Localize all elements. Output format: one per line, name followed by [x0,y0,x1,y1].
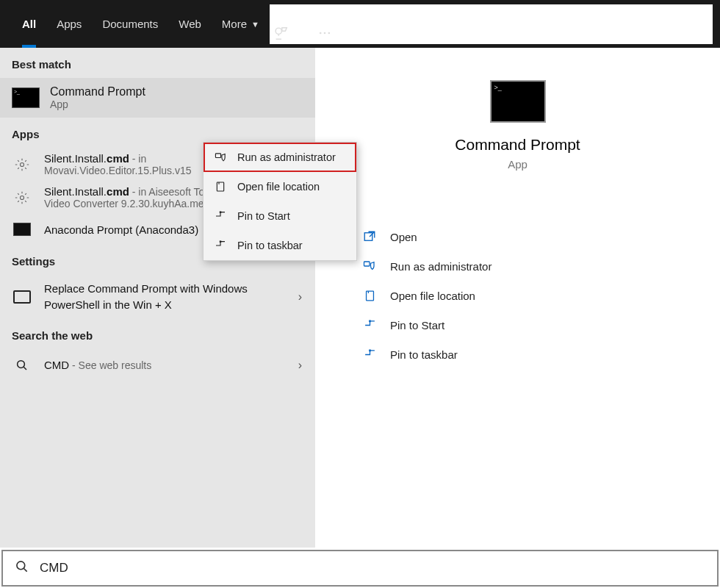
tab-documents[interactable]: Documents [92,0,168,48]
ctx-label: Pin to taskbar [237,240,303,251]
tab-all[interactable]: All [12,0,46,48]
svg-rect-11 [364,233,372,241]
preview-title: Command Prompt [455,136,580,154]
best-match-title: Command Prompt [50,85,145,98]
chevron-down-icon: ▼ [251,20,259,29]
result-app-0-sub: Movavi.Video.Editor.15.Plus.v15 [44,165,192,176]
tab-apps[interactable]: Apps [46,0,92,48]
svg-point-4 [21,162,24,166]
terminal-icon [13,223,31,236]
svg-point-0 [276,28,281,34]
result-app-2-title: Anaconda Prompt (Anaconda3) [44,223,198,236]
best-match-header: Best match [0,48,315,78]
chevron-right-icon: › [298,290,306,304]
command-prompt-icon-large [490,80,546,123]
action-open-location[interactable]: Open file location [359,281,691,310]
search-query: CMD [40,561,68,576]
ctx-pin-start[interactable]: Pin to Start [204,201,356,231]
gear-icon [13,189,31,207]
tab-web[interactable]: Web [168,0,212,48]
svg-point-3 [328,32,330,34]
command-prompt-icon [12,87,40,108]
result-best-match[interactable]: Command Prompt App [0,78,315,118]
result-setting-0-title: Replace Command Prompt with Windows Powe… [44,281,272,313]
web-header: Search the web [0,319,315,349]
ctx-label: Run as administrator [237,151,336,163]
action-label: Open [390,231,417,243]
action-open[interactable]: Open [359,222,691,251]
window-icon [13,290,31,304]
search-icon [13,356,31,374]
context-menu: Run as administrator Open file location … [203,142,357,261]
topbar: All Apps Documents Web More▼ [0,0,720,48]
ctx-run-as-admin[interactable]: Run as administrator [204,143,356,172]
action-label: Run as administrator [390,260,492,273]
pin-icon [362,347,377,362]
action-run-admin[interactable]: Run as administrator [359,251,691,281]
ctx-label: Pin to Start [237,210,290,222]
action-label: Open file location [390,290,475,302]
folder-icon [362,288,377,303]
chevron-right-icon: › [298,359,306,372]
action-label: Pin to taskbar [390,348,458,361]
ctx-open-location[interactable]: Open file location [204,172,356,201]
action-label: Pin to Start [390,319,444,331]
svg-point-1 [320,32,322,34]
result-setting-0[interactable]: Replace Command Prompt with Windows Powe… [0,275,315,319]
action-pin-start[interactable]: Pin to Start [359,310,691,340]
folder-icon [214,180,227,193]
more-icon[interactable] [314,22,336,44]
svg-rect-7 [215,153,220,157]
result-app-1-title: Silent.Install.cmd - in Aiseesoft Total [44,185,215,198]
preview-pane: Command Prompt App Open Run as administr… [315,48,720,548]
open-icon [362,229,377,244]
shield-icon [362,259,377,273]
gear-icon [13,156,31,173]
result-web-0-title: CMD - See web results [44,359,151,371]
tab-more[interactable]: More▼ [212,0,270,48]
svg-point-5 [21,196,24,199]
svg-point-16 [17,562,25,570]
feedback-icon[interactable] [270,22,292,44]
search-bar[interactable]: CMD [1,550,719,587]
results-column: Best match Command Prompt App Apps Silen… [0,48,315,548]
ctx-pin-taskbar[interactable]: Pin to taskbar [204,231,356,260]
preview-subtitle: App [508,158,528,171]
main: Best match Command Prompt App Apps Silen… [0,48,720,548]
shield-icon [214,151,227,164]
result-web-0[interactable]: CMD - See web results › [0,349,315,381]
result-app-0-title: Silent.Install.cmd - in [44,152,192,165]
ctx-label: Open file location [237,181,320,193]
tab-more-label: More [222,18,247,30]
svg-rect-13 [366,291,373,301]
pin-icon [214,239,227,252]
best-match-subtitle: App [50,98,145,110]
svg-rect-8 [217,182,223,191]
tabs: All Apps Documents Web More▼ [12,0,270,48]
search-icon [15,559,29,577]
svg-point-6 [18,360,25,368]
svg-rect-12 [364,262,370,266]
result-app-1-sub: Video Converter 9.2.30.kuyhAa.me [44,198,215,209]
preview-actions: Open Run as administrator Open file loca… [315,222,720,369]
action-pin-taskbar[interactable]: Pin to taskbar [359,340,691,369]
pin-icon [214,209,227,223]
pin-icon [362,318,377,332]
svg-point-2 [324,32,326,34]
